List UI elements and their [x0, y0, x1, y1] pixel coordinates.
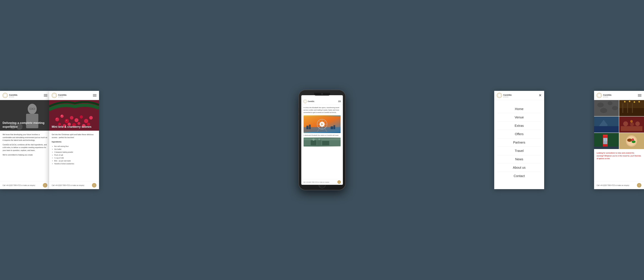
svg-rect-57: [594, 100, 619, 116]
panel-2-footer: Call +44 (0)20 7069 4723 or make an enqu…: [49, 181, 99, 189]
svg-rect-62: [632, 103, 633, 113]
panel-4-image-grid: [594, 100, 644, 149]
svg-point-9: [55, 118, 59, 121]
ingredient-5: ¼ cup of milk: [54, 156, 96, 160]
phone-article-text: In 2018, the Elizabeth line opens, trans…: [304, 106, 340, 114]
hamburger-icon-1[interactable]: [44, 94, 47, 96]
panel-2-footer-text: Call +44 (0)20 7069 4723 or make an enqu…: [52, 184, 84, 186]
svg-point-24: [56, 118, 57, 119]
svg-point-66: [638, 101, 640, 102]
nav-item-partners[interactable]: Partners: [498, 138, 541, 147]
phone-header: CentrEd.: [301, 98, 343, 105]
svg-point-90: [632, 138, 634, 141]
svg-rect-73: [621, 126, 642, 131]
panel-1-hero: Delivering a complete meeting experience: [0, 100, 50, 131]
logo-circle-1: [2, 93, 8, 98]
svg-point-63: [624, 101, 626, 102]
panel-2-hero-title: Mini brie & cranberry scones: [52, 125, 96, 129]
svg-point-12: [70, 116, 74, 120]
svg-rect-51: [304, 138, 340, 140]
svg-point-89: [632, 140, 636, 143]
panel-4: CentrEd. at ExCeL: [594, 91, 644, 189]
ingredient-2: 2oz butter: [54, 148, 96, 151]
panel-2: CentrEd. at ExCeL: [49, 91, 99, 189]
panel-1: CentrEd. at ExCeL: [0, 91, 50, 189]
grid-image-5: [594, 133, 619, 149]
svg-point-76: [635, 122, 640, 126]
logo-circle-3: [497, 93, 502, 98]
svg-rect-83: [606, 138, 608, 141]
phone-logo-text: CentrEd.: [308, 100, 315, 102]
ingredient-3: 1 teaspoon baking powder: [54, 151, 96, 154]
phone-second-image: [304, 138, 340, 146]
nav-item-travel[interactable]: Travel: [498, 147, 541, 155]
navigation-menu: Home Venue Extras Offers Partners Travel…: [494, 100, 544, 185]
panel-4-promo-text: Looking for somewhere to relax and unwin…: [594, 149, 644, 163]
phone-hamburger-icon[interactable]: [338, 100, 341, 102]
panel-4-footer: Call +44 (0)20 7069 4723 or make an enqu…: [594, 181, 644, 189]
showcase-container: CentrEd. at ExCeL: [0, 84, 644, 196]
svg-point-64: [629, 100, 630, 102]
panel-4-footer-text: Call +44 (0)20 7069 4723 or make an enqu…: [597, 184, 630, 186]
svg-rect-60: [622, 103, 623, 113]
nav-item-venue[interactable]: Venue: [498, 113, 541, 122]
panel-2-hero-overlay: Mini brie & cranberry scones: [49, 123, 99, 131]
phone-device: CentrEd. In 2018, the Elizabeth line ope…: [298, 88, 346, 192]
scroll-to-top-btn-2[interactable]: [92, 183, 96, 188]
svg-rect-71: [594, 126, 619, 132]
phone-footer-text: Call +44 (0)20 7069 4723 or make an enqu…: [303, 182, 330, 183]
panel-1-footer: Call +44 (0)20 7069 4723 or make an enqu…: [0, 181, 50, 189]
grid-image-1: [594, 100, 619, 116]
scroll-to-top-btn-4[interactable]: [637, 183, 642, 188]
nav-item-news[interactable]: News: [498, 155, 541, 164]
nav-item-home[interactable]: Home: [498, 105, 541, 113]
panel-2-hero: Mini brie & cranberry scones: [49, 100, 99, 131]
scroll-to-top-btn-1[interactable]: [43, 183, 47, 188]
logo-text-2: CentrEd. at ExCeL: [58, 94, 67, 98]
grid-image-6: [619, 133, 644, 149]
svg-rect-48: [322, 141, 329, 145]
close-menu-icon[interactable]: ✕: [539, 94, 542, 97]
svg-rect-82: [604, 138, 605, 141]
panel-1-hero-overlay: Delivering a complete meeting experience: [0, 119, 50, 131]
play-button[interactable]: [320, 122, 325, 127]
grid-image-4: [619, 116, 644, 132]
svg-point-26: [66, 120, 67, 121]
nav-item-extras[interactable]: Extras: [498, 122, 541, 130]
volume-down-button: [298, 115, 299, 120]
nav-item-offers[interactable]: Offers: [498, 130, 541, 138]
svg-point-25: [61, 115, 62, 116]
panel-1-text-3: We're committed to helping you create: [2, 154, 47, 156]
logo-2: CentrEd. at ExCeL: [52, 93, 67, 98]
panel-1-footer-text: Call +44 (0)20 7069 4723 or make an enqu…: [2, 184, 36, 186]
phone-video-caption: A dedicated Elizabeth line station at Ce…: [304, 134, 340, 136]
phone-screen: CentrEd. In 2018, the Elizabeth line ope…: [301, 95, 343, 185]
phone-video-thumbnail[interactable]: [304, 115, 340, 133]
phone-scroll-btn[interactable]: [338, 180, 341, 184]
svg-rect-44: [333, 125, 335, 129]
svg-point-10: [60, 114, 64, 118]
volume-up-button: [298, 108, 299, 112]
hamburger-icon-2[interactable]: [93, 94, 96, 96]
svg-rect-42: [309, 124, 311, 129]
panel-1-text-2: CentrEd at ExCeL combines all the vital …: [2, 144, 47, 152]
svg-rect-80: [603, 135, 608, 136]
logo-text-4: CentrEd. at ExCeL: [603, 94, 612, 98]
nav-item-about[interactable]: About us: [498, 164, 541, 172]
phone-logo-circle: [303, 100, 307, 103]
phone-content: In 2018, the Elizabeth line opens, trans…: [301, 105, 343, 148]
svg-point-13: [74, 118, 78, 122]
grid-image-2: [619, 100, 644, 116]
svg-point-11: [65, 119, 69, 123]
recipe-intro: Get into the Christmas spirit and bake t…: [52, 133, 96, 139]
svg-point-15: [84, 119, 88, 123]
ingredient-1: 8oz self-raising flour: [54, 145, 96, 148]
logo-circle-4: [597, 93, 602, 98]
logo-text-3: CentrEd. at ExCeL: [503, 94, 512, 98]
nav-item-contact[interactable]: Contact: [498, 172, 541, 180]
panel-2-header: CentrEd. at ExCeL: [49, 91, 99, 100]
logo-1: CentrEd. at ExCeL: [2, 93, 18, 98]
hamburger-icon-4[interactable]: [638, 94, 642, 96]
svg-rect-61: [627, 102, 628, 113]
ingredients-label: Ingredients:: [52, 140, 96, 144]
